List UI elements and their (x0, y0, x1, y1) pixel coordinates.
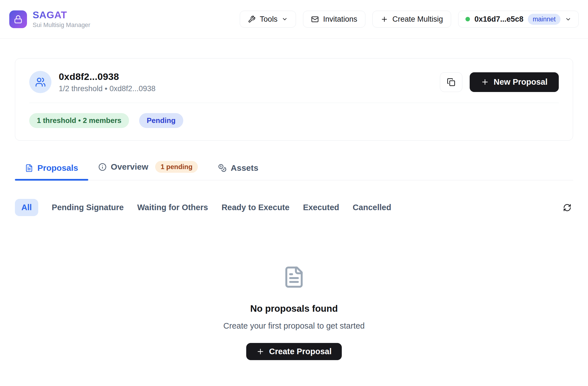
info-icon (98, 163, 107, 171)
filter-pending-signature[interactable]: Pending Signature (52, 199, 124, 216)
app-title: SAGAT (33, 10, 90, 21)
new-proposal-button[interactable]: New Proposal (470, 72, 559, 92)
invitations-button[interactable]: Invitations (303, 11, 365, 28)
chevron-down-icon (565, 16, 571, 23)
copy-icon (447, 78, 455, 86)
coins-icon (218, 164, 227, 172)
pending-count-badge: 1 pending (155, 161, 198, 173)
filter-executed[interactable]: Executed (303, 199, 339, 216)
create-multisig-button[interactable]: Create Multisig (372, 11, 451, 28)
header-actions: Tools Invitations Create Multisig 0x16d7… (240, 11, 579, 28)
app-subtitle: Sui Multisig Manager (33, 21, 90, 29)
users-icon (35, 77, 46, 87)
connection-status-dot (465, 17, 470, 21)
filter-cancelled[interactable]: Cancelled (353, 199, 391, 216)
filter-ready-to-execute[interactable]: Ready to Execute (221, 199, 290, 216)
tab-overview-label: Overview (111, 162, 148, 172)
members-badge: 1 threshold • 2 members (29, 113, 129, 128)
plus-icon (481, 78, 489, 86)
create-proposal-label: Create Proposal (269, 347, 331, 356)
brand: SAGAT Sui Multisig Manager (9, 10, 90, 29)
tab-assets-label: Assets (231, 163, 258, 173)
wrench-icon (248, 15, 255, 23)
main-content: 0xd8f2...0938 1/2 threshold • 0xd8f2...0… (0, 58, 588, 360)
chevron-down-icon (282, 16, 288, 22)
network-badge: mainnet (528, 14, 560, 25)
new-proposal-label: New Proposal (494, 77, 548, 87)
create-proposal-button[interactable]: Create Proposal (246, 343, 342, 360)
file-text-icon (25, 164, 33, 172)
filter-waiting-for-others[interactable]: Waiting for Others (137, 199, 208, 216)
lock-icon (14, 15, 22, 24)
proposal-filters: All Pending Signature Waiting for Others… (15, 199, 573, 216)
tab-proposals-label: Proposals (37, 163, 78, 173)
tab-proposals[interactable]: Proposals (15, 159, 88, 180)
app-header: SAGAT Sui Multisig Manager Tools Invitat… (0, 0, 588, 39)
empty-state-title: No proposals found (250, 303, 338, 314)
card-divider (29, 103, 559, 103)
file-text-icon (282, 266, 306, 289)
filter-all[interactable]: All (15, 199, 38, 216)
refresh-button[interactable] (561, 202, 573, 214)
empty-state-subtitle: Create your first proposal to get starte… (223, 321, 365, 331)
tools-button[interactable]: Tools (240, 11, 296, 28)
multisig-subtitle: 1/2 threshold • 0xd8f2...0938 (59, 84, 155, 93)
multisig-title: 0xd8f2...0938 (59, 71, 155, 82)
create-multisig-label: Create Multisig (392, 15, 443, 24)
wallet-selector[interactable]: 0x16d7...e5c8 mainnet (458, 11, 579, 28)
plus-icon (381, 15, 388, 23)
tab-overview[interactable]: Overview 1 pending (88, 157, 208, 180)
wallet-address: 0x16d7...e5c8 (474, 15, 523, 24)
refresh-icon (563, 203, 571, 212)
empty-state: No proposals found Create your first pro… (15, 266, 573, 360)
tab-bar: Proposals Overview 1 pending Assets (15, 157, 573, 180)
invitations-label: Invitations (323, 15, 357, 24)
copy-address-button[interactable] (440, 72, 462, 92)
tools-label: Tools (260, 15, 277, 24)
tab-assets[interactable]: Assets (208, 159, 268, 180)
multisig-card: 0xd8f2...0938 1/2 threshold • 0xd8f2...0… (15, 58, 573, 141)
plus-icon (256, 347, 264, 356)
app-logo (9, 10, 27, 28)
status-badge: Pending (139, 113, 183, 128)
mail-icon (311, 15, 319, 23)
multisig-avatar (29, 71, 51, 93)
